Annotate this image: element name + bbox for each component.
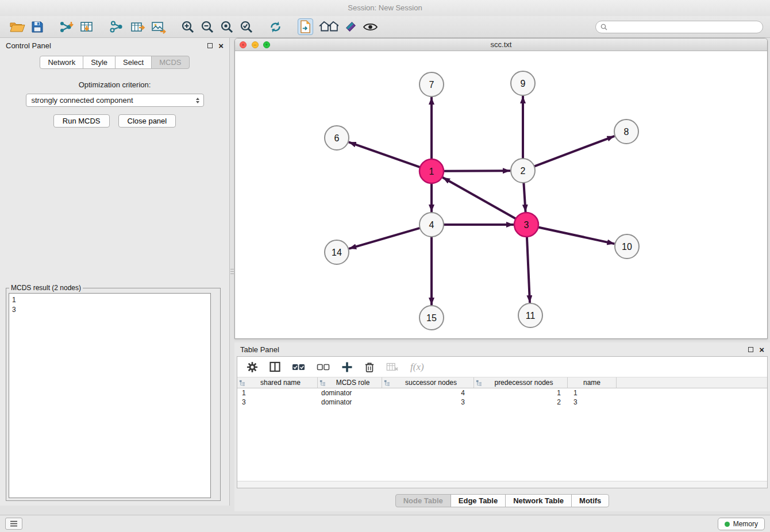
cell-name[interactable]: 1 — [568, 389, 617, 397]
graph-edge-2-8[interactable] — [534, 136, 615, 167]
column-type-icon — [319, 380, 326, 386]
optimization-criterion-label: Optimization criterion: — [0, 80, 229, 89]
add-column-icon[interactable] — [341, 361, 353, 373]
delete-table-icon — [386, 362, 399, 372]
graph-node-10[interactable]: 10 — [615, 234, 639, 259]
tab-network[interactable]: Network — [40, 56, 83, 69]
network-canvas[interactable]: 7968124314101511 — [235, 51, 767, 338]
mcds-result-item[interactable]: 1 — [12, 295, 207, 305]
graph-node-14[interactable]: 14 — [325, 240, 349, 264]
graph-node-15[interactable]: 15 — [419, 306, 444, 330]
column-header-shared-name[interactable]: shared name — [237, 377, 318, 388]
network-window-titlebar[interactable]: scc.txt — [235, 38, 767, 51]
column-header-name[interactable]: name — [568, 377, 617, 388]
cell-successor-nodes[interactable]: 4 — [382, 389, 474, 397]
graph-edge-1-6[interactable] — [349, 142, 420, 167]
show-columns-icon[interactable] — [270, 361, 280, 372]
import-table-icon[interactable] — [80, 20, 94, 34]
graph-node-9[interactable]: 9 — [511, 71, 535, 95]
cell-mcds-role[interactable]: dominator — [318, 398, 382, 406]
home-icon[interactable] — [319, 20, 338, 33]
export-image-icon[interactable] — [151, 20, 166, 34]
zoom-window-button[interactable] — [263, 41, 270, 48]
column-header-successor-nodes[interactable]: successor nodes — [382, 377, 474, 388]
import-network-icon[interactable] — [59, 20, 74, 34]
network-view-icon[interactable] — [109, 20, 125, 34]
graph-edge-4-14[interactable] — [349, 228, 420, 249]
zoom-selected-icon[interactable] — [240, 20, 253, 34]
export-document-button[interactable] — [298, 18, 313, 35]
tab-network-table[interactable]: Network Table — [505, 494, 572, 507]
close-window-button[interactable] — [240, 41, 247, 48]
column-header-predecessor-nodes[interactable]: predecessor nodes — [474, 377, 568, 388]
graph-edge-3-1[interactable] — [442, 178, 516, 219]
close-panel-icon[interactable]: × — [218, 41, 224, 50]
cell-predecessor-nodes[interactable]: 1 — [474, 389, 568, 397]
mcds-result-title: MCDS result (2 nodes) — [9, 284, 83, 292]
graph-node-label: 4 — [429, 220, 434, 230]
tab-select[interactable]: Select — [115, 56, 152, 69]
cell-mcds-role[interactable]: dominator — [318, 389, 382, 397]
cell-shared-name[interactable]: 1 — [237, 389, 318, 397]
graph-node-6[interactable]: 6 — [325, 126, 349, 150]
float-table-panel-icon[interactable] — [748, 347, 753, 352]
tab-mcds[interactable]: MCDS — [151, 56, 189, 69]
table-row[interactable]: 1 dominator 4 1 1 — [237, 388, 767, 398]
zoom-out-icon[interactable] — [201, 20, 214, 34]
cell-predecessor-nodes[interactable]: 2 — [474, 398, 568, 406]
table-row[interactable]: 3 dominator 3 2 3 — [237, 398, 767, 407]
refresh-icon[interactable] — [268, 20, 283, 34]
graph-node-1[interactable]: 1 — [419, 159, 444, 183]
cell-shared-name[interactable]: 3 — [237, 398, 318, 406]
graph-node-11[interactable]: 11 — [518, 303, 542, 327]
mcds-result-fieldset: MCDS result (2 nodes) 1 3 — [6, 284, 221, 501]
minimize-window-button[interactable] — [252, 41, 259, 48]
cell-successor-nodes[interactable]: 3 — [382, 398, 474, 406]
tab-edge-table[interactable]: Edge Table — [451, 494, 506, 507]
column-type-icon — [384, 380, 390, 386]
run-mcds-button[interactable]: Run MCDS — [53, 114, 110, 128]
graph-node-label: 3 — [524, 220, 529, 230]
zoom-in-icon[interactable] — [181, 20, 195, 34]
graph-edge-3-11[interactable] — [527, 237, 530, 303]
task-history-button[interactable] — [5, 518, 22, 530]
table-header-row: shared name MCDS role successor nodes pr… — [237, 377, 767, 388]
search-box[interactable] — [595, 21, 763, 33]
memory-button[interactable]: Memory — [718, 518, 765, 530]
close-table-panel-icon[interactable]: × — [759, 345, 764, 354]
search-input[interactable] — [610, 23, 758, 31]
graph-edge-2-3[interactable] — [523, 183, 525, 212]
float-panel-icon[interactable] — [207, 43, 213, 48]
delete-column-icon[interactable] — [364, 361, 375, 373]
mcds-result-item[interactable]: 3 — [12, 305, 207, 315]
panel-splitter[interactable] — [230, 261, 234, 281]
status-bar: Memory — [0, 515, 770, 532]
graph-node-label: 6 — [334, 133, 340, 143]
mcds-result-list[interactable]: 1 3 — [9, 293, 211, 498]
save-icon[interactable] — [31, 21, 44, 33]
column-header-mcds-role[interactable]: MCDS role — [318, 377, 382, 388]
graph-node-4[interactable]: 4 — [419, 213, 444, 237]
graph-node-8[interactable]: 8 — [614, 119, 638, 144]
table-settings-icon[interactable] — [247, 361, 258, 373]
export-table-icon[interactable] — [130, 20, 145, 34]
zoom-fit-icon[interactable] — [220, 20, 234, 34]
tab-motifs[interactable]: Motifs — [571, 494, 609, 507]
style-tag-icon[interactable] — [344, 20, 357, 33]
graph-node-label: 8 — [624, 127, 629, 137]
tab-style[interactable]: Style — [83, 56, 116, 69]
graph-node-7[interactable]: 7 — [419, 72, 444, 97]
graph-node-2[interactable]: 2 — [511, 159, 535, 183]
cell-name[interactable]: 3 — [568, 398, 617, 406]
select-all-icon[interactable] — [292, 363, 305, 371]
tab-node-table[interactable]: Node Table — [395, 494, 451, 507]
close-panel-button[interactable]: Close panel — [118, 114, 176, 128]
open-folder-icon[interactable] — [10, 20, 25, 33]
graph-edge-1-2[interactable] — [444, 171, 510, 171]
graph-edge-3-10[interactable] — [538, 227, 615, 244]
optimization-criterion-select[interactable]: strongly connected component — [26, 94, 204, 107]
horizontal-scrollbar[interactable] — [237, 481, 767, 488]
deselect-all-icon[interactable] — [317, 363, 330, 371]
graph-node-3[interactable]: 3 — [514, 213, 538, 237]
eye-icon[interactable] — [363, 22, 378, 32]
